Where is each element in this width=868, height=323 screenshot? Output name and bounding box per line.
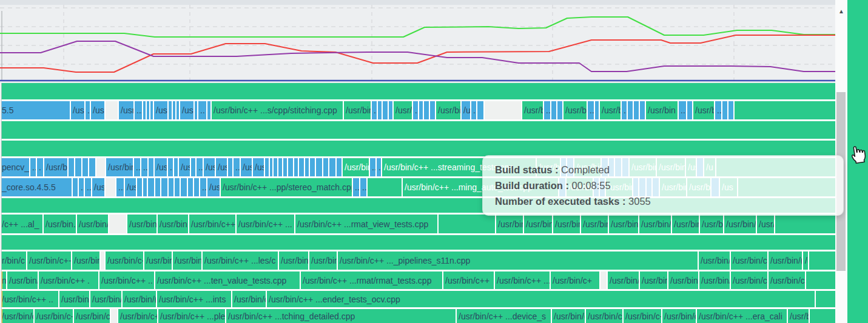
task-bar[interactable]: . [37,158,44,176]
task-bar[interactable]: /usr/b [788,309,810,323]
task-bar[interactable] [389,101,394,119]
task-bar[interactable]: /usr/bin/c++ [443,271,495,289]
task-bar[interactable] [419,101,424,119]
task-bar[interactable]: /usr/bin [640,271,668,289]
task-bar[interactable]: /us [154,101,169,119]
task-bar[interactable]: .. [30,158,37,176]
scroll-up-arrow-icon[interactable]: ▲ [835,6,847,17]
task-bar[interactable]: .. [168,158,174,176]
task-bar[interactable]: /usr/bin/c++ ...device_s [457,309,552,323]
task-bar[interactable]: /usr/bin/c++ . [39,271,99,289]
task-bar[interactable]: /us [253,158,265,176]
task-bar[interactable]: .. [197,158,204,176]
task-bar[interactable]: /usr/bir [344,101,372,119]
task-bar[interactable]: /usr/bin/c++ ...tching_detailed.cpp [226,309,457,323]
task-bar[interactable]: .. [413,101,419,119]
task-bar[interactable]: /us [91,101,106,119]
task-bar[interactable]: /us [204,158,216,176]
task-bar[interactable]: /usr/bin/c++ ...pp/stereo_match.cpp [221,178,353,196]
task-bar[interactable]: /usr/bin/c++ ..._pipelines_s11n.cpp [338,251,699,270]
task-bar[interactable]: /u [803,251,809,270]
task-bar[interactable]: /us [179,158,191,176]
task-bar[interactable]: /usr/bin. [524,215,553,233]
task-bar[interactable]: /usr/bin/c [74,309,111,323]
task-bar[interactable]: /usr/bin/c [769,271,806,289]
task-bar[interactable]: .. [544,101,551,119]
task-bar[interactable]: /usr/bin/( [59,291,90,307]
task-bar[interactable]: /usr/bin/c [724,215,757,233]
task-bar[interactable] [439,215,496,233]
task-bar[interactable]: /usr/bin [564,101,588,119]
task-bar[interactable] [82,158,89,176]
task-bar[interactable]: /usr/bi [700,215,724,233]
task-bar[interactable]: /us [462,101,471,119]
task-bar[interactable]: /usr/bin/c++ ...rmat_view_tests.cpp [295,215,439,233]
task-bar[interactable]: .. [372,101,378,119]
task-bar[interactable] [69,158,75,176]
task-bar[interactable]: /usr/bin/c- [624,309,662,323]
task-bar[interactable]: /usr/bin/c++ ... [237,215,295,233]
task-bar[interactable]: .. [622,101,628,119]
task-bar[interactable]: /usr/bin [646,101,679,119]
task-bar[interactable]: /usr/bin/c++ .. [99,271,155,289]
task-bar[interactable]: . [377,158,382,176]
task-bar[interactable]: /usr/bin [158,215,189,233]
task-bar[interactable] [640,101,646,119]
task-bar[interactable] [73,178,79,196]
task-bar[interactable]: _core.so.4.5.5 [0,178,73,196]
task-bar[interactable]: /c++ ...al_ [0,215,44,233]
task-bar[interactable] [316,158,323,176]
task-bar[interactable]: .. [471,101,477,119]
task-bar[interactable]: /usr/bin [394,101,413,119]
task-bar[interactable]: /usr/bin/c++ ...les/c [203,251,279,270]
task-bar[interactable]: /usr/bin/c++ ...s/cpp/stitching.cpp [212,101,344,119]
task-bar[interactable] [283,158,288,176]
task-bar[interactable] [595,101,600,119]
task-bar[interactable] [329,158,337,176]
task-bar[interactable] [228,158,234,176]
task-bar[interactable] [161,178,169,196]
task-bar[interactable]: /usr/bin/ [581,215,609,233]
task-bar[interactable]: /usr/bin/c++ ...ten_value_tests.cpp [155,271,301,289]
task-bar[interactable]: /usr/bin/c+ [118,309,158,323]
task-bar[interactable] [288,158,294,176]
task-bar[interactable]: .. [86,101,91,119]
task-bar[interactable]: /us [71,101,86,119]
task-bar[interactable]: /usr/bin/c [0,309,35,323]
task-bar[interactable]: 5.5 [0,101,71,119]
task-bar[interactable]: r/bin/c [0,251,27,270]
task-bar[interactable]: /usr/bin/c [639,215,672,233]
task-bar[interactable] [424,101,430,119]
task-bar[interactable] [634,101,640,119]
task-bar[interactable]: .. [85,178,92,196]
task-bar[interactable]: /us [180,101,195,119]
task-bar[interactable] [149,158,155,176]
task-bar[interactable] [310,158,316,176]
task-bar[interactable]: /usr/bin/( [123,291,157,307]
task-bar[interactable]: pencv_ [0,158,30,176]
task-bar[interactable] [368,178,403,196]
task-bar[interactable]: .. [370,158,377,176]
task-bar[interactable] [477,101,485,119]
task-bar[interactable] [181,178,188,196]
task-bar[interactable] [628,101,634,119]
task-bar[interactable]: .. [198,101,207,119]
task-bar[interactable] [305,158,310,176]
task-bar[interactable] [383,101,389,119]
task-bar[interactable]: /usr/bin/c++ ...ple [158,309,226,323]
task-bar[interactable] [323,158,329,176]
task-bar[interactable]: /usr/bin/c++ .../te [495,271,551,289]
task-bar[interactable] [148,178,155,196]
task-bar[interactable]: /usr/bin/c++ ...era_cali [697,309,788,323]
task-bar[interactable]: /usr/bin/( [90,291,123,307]
task-bar[interactable]: /usr/bin [496,215,524,233]
task-bar[interactable]: /usr/bin/c+ [7,271,39,289]
task-bar[interactable]: /usr/bin [693,101,715,119]
task-bar[interactable] [169,178,175,196]
task-bar[interactable]: /usr/bir [600,101,622,119]
task-bar[interactable]: /usr/bin/c+ [551,271,601,289]
task-bar[interactable]: /usr/bin/c++ [189,215,237,233]
task-bar[interactable]: /usr/bin/ [127,215,158,233]
task-bar[interactable] [294,158,299,176]
task-bar[interactable]: /usr/bin. [553,215,581,233]
